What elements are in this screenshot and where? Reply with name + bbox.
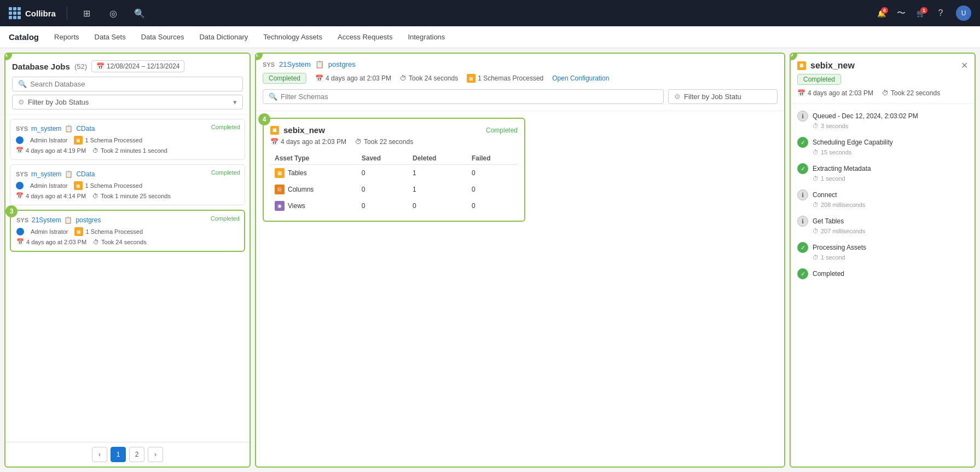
panel-1-title: Database Jobs <box>12 62 70 71</box>
db-name-1[interactable]: CData <box>76 125 95 133</box>
table-row-tables: ▦ Tables 0 1 0 <box>270 165 518 182</box>
nav-technologyassets[interactable]: Technology Assets <box>257 30 329 44</box>
top-nav: Collibra ⊞ ◎ 🔍 🔔 6 〜 🛒 1 ? U <box>0 0 980 26</box>
user-avatar-1 <box>16 136 24 144</box>
clock-icon-p2: ⏱ <box>400 74 407 82</box>
job-3-meta: Admin Istrator ▦ 1 Schema Processed <box>16 227 239 236</box>
logo[interactable]: Collibra <box>9 7 56 19</box>
cart-badge[interactable]: 🛒 1 <box>917 9 925 18</box>
job-1-meta: Admin Istrator ▦ 1 Schema Processed <box>16 136 239 145</box>
timeline-step-4: ℹGet Tables <box>797 216 968 227</box>
schema-card[interactable]: 4 ▦ sebix_new Completed 📅 4 days ago at … <box>263 118 525 222</box>
breadcrumb-sep: 📋 <box>315 60 324 68</box>
p2-status-badge: Completed <box>263 73 306 84</box>
nav-integrations[interactable]: Integrations <box>401 30 451 44</box>
p2-date: 📅 4 days ago at 2:03 PM <box>315 74 391 82</box>
grid-icon[interactable]: ⊞ <box>78 4 96 22</box>
calendar-icon-2: 📅 <box>16 192 24 199</box>
search-database-box[interactable]: 🔍 <box>12 77 243 91</box>
timeline-item-1: ✓Scheduling Edge Capability⏱ 15 seconds <box>797 137 968 156</box>
views-deleted: 0 <box>408 198 467 214</box>
schema-card-icon: ▦ <box>270 126 279 135</box>
prev-page-btn[interactable]: ‹ <box>92 447 107 462</box>
nav-reports[interactable]: Reports <box>48 30 86 44</box>
date-range-picker[interactable]: 📅 12/08/2024 – 12/13/2024 <box>91 60 184 72</box>
chevron-down-icon: ▾ <box>233 98 237 106</box>
user-2: Admin Istrator <box>30 182 67 189</box>
clock-icon-tl: ⏱ <box>813 149 819 156</box>
filter-schemas-input[interactable] <box>281 93 658 101</box>
timeline-label-1: Scheduling Edge Capability <box>813 139 893 146</box>
schema-card-header: ▦ sebix_new Completed <box>270 125 518 135</box>
next-page-btn[interactable]: › <box>148 447 163 462</box>
question-icon[interactable]: ◎ <box>105 4 122 22</box>
schema-icon-1: ▦ <box>74 136 83 145</box>
panel-1-header: Database Jobs (52) 📅 12/08/2024 – 12/13/… <box>5 54 250 114</box>
clock-icon-tl: ⏱ <box>813 254 819 261</box>
columns-failed: 0 <box>467 181 518 198</box>
activity-icon[interactable]: 〜 <box>892 4 910 22</box>
breadcrumb: SYS 21System 📋 postgres <box>263 60 778 68</box>
info-step-icon-0: ℹ <box>797 111 808 122</box>
open-config-link[interactable]: Open Configuration <box>552 74 609 82</box>
nav-datasources[interactable]: Data Sources <box>135 30 191 44</box>
notifications-badge[interactable]: 🔔 6 <box>877 9 886 18</box>
timeline-duration-5: ⏱ 1 second <box>813 254 968 261</box>
panel-3-title-row: ▦ sebix_new ✕ <box>797 60 968 71</box>
panel-3-date: 📅 4 days ago at 2:03 PM <box>797 89 873 97</box>
panel-2: 2 SYS 21System 📋 postgres Completed 📅 4 … <box>255 53 785 468</box>
asset-type-columns: ⊟ Columns <box>270 181 357 198</box>
close-panel-3-btn[interactable]: ✕ <box>961 60 968 71</box>
asset-type-tables: ▦ Tables <box>270 165 357 181</box>
schema-icon-2: ▦ <box>74 181 83 190</box>
p2-db-link[interactable]: postgres <box>328 60 356 68</box>
panel-1-title-row: Database Jobs (52) 📅 12/08/2024 – 12/13/… <box>12 60 243 72</box>
nav-accessrequests[interactable]: Access Requests <box>331 30 399 44</box>
job-card-2[interactable]: Completed SYS rn_system 📋 CData Admin Is… <box>10 164 245 205</box>
sys-link-2[interactable]: rn_system <box>31 170 61 178</box>
db-name-2[interactable]: CData <box>76 170 95 178</box>
table-row-columns: ⊟ Columns 0 1 0 <box>270 181 518 198</box>
logo-grid <box>9 7 21 19</box>
page-1-btn[interactable]: 1 <box>111 447 126 462</box>
job-card-1[interactable]: Completed SYS rn_system 📋 CData Admin Is… <box>10 119 245 160</box>
clock-icon-tl: ⏱ <box>813 228 819 234</box>
timeline-duration-4: ⏱ 207 milliseconds <box>813 228 968 234</box>
job-1-status: Completed <box>211 124 240 130</box>
nav-datasets[interactable]: Data Sets <box>88 30 132 44</box>
schemas-3: ▦ 1 Schema Processed <box>74 227 143 236</box>
nav-datadictionary[interactable]: Data Dictionary <box>193 30 254 44</box>
search-database-input[interactable] <box>30 80 237 88</box>
clock-icon-tl: ⏱ <box>813 202 819 208</box>
timeline-item-4: ℹGet Tables⏱ 207 milliseconds <box>797 216 968 234</box>
p2-schemas-processed: ▦ 1 Schemas Processed <box>467 74 543 83</box>
success-step-icon-1: ✓ <box>797 137 808 148</box>
panel-3-duration: ⏱ Took 22 seconds <box>882 89 940 97</box>
views-failed: 0 <box>467 198 518 214</box>
timeline-duration-2: ⏱ 1 second <box>813 175 968 182</box>
calendar-icon-3: 📅 <box>16 238 24 245</box>
timeline-step-1: ✓Scheduling Edge Capability <box>797 137 968 148</box>
help-icon[interactable]: ? <box>932 4 949 22</box>
avatar[interactable]: U <box>956 5 971 21</box>
db-icon-2: 📋 <box>65 170 73 178</box>
page-2-btn[interactable]: 2 <box>129 447 144 462</box>
p2-sys-link[interactable]: 21System <box>279 60 311 68</box>
filter-schemas-box[interactable]: 🔍 <box>263 89 664 104</box>
calendar-icon: 📅 <box>96 62 105 70</box>
job-card-3[interactable]: 3 Completed SYS 21System 📋 postgres Admi… <box>10 210 245 252</box>
schema-name-text: sebix_new <box>283 125 325 135</box>
panel-3-name-text: sebix_new <box>810 61 855 71</box>
timeline-step-0: ℹQueued - Dec 12, 2024, 2:03:02 PM <box>797 111 968 122</box>
filter-status-2[interactable]: ⚙ Filter by Job Statu <box>668 89 778 104</box>
job-1-sys: SYS rn_system 📋 CData <box>16 125 239 133</box>
columns-deleted: 1 <box>408 181 467 198</box>
sys-link-3[interactable]: 21System <box>32 216 61 224</box>
filter-job-status[interactable]: ⚙ Filter by Job Status ▾ <box>12 95 243 110</box>
sys-link-1[interactable]: rn_system <box>31 125 61 133</box>
db-name-3[interactable]: postgres <box>76 216 101 224</box>
timeline-body: ℹQueued - Dec 12, 2024, 2:03:02 PM⏱ 3 se… <box>791 104 975 467</box>
search-icon[interactable]: 🔍 <box>131 4 148 22</box>
user-avatar-2 <box>16 182 24 189</box>
timeline-label-6: Completed <box>813 270 844 278</box>
